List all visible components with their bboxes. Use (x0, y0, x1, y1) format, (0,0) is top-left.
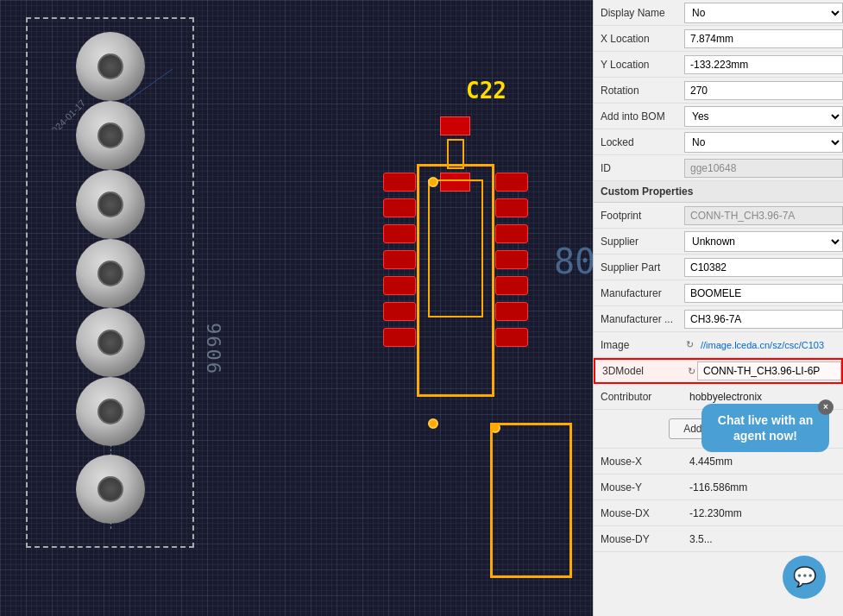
chat-bubble-text: Chat live with an agent now! (718, 413, 813, 443)
x-location-row: X Location (594, 26, 843, 52)
properties-panel: Display Name No Yes X Location Y Locatio… (593, 0, 843, 616)
supplier-label: Supplier (594, 231, 684, 252)
mouse-x-value: 4.445mm (684, 452, 843, 471)
image-refresh-icon[interactable]: ↻ (686, 339, 694, 350)
locked-label: Locked (594, 132, 684, 153)
id-row: ID gge10648 (594, 155, 843, 181)
mouse-dx-label: Mouse-DX (594, 503, 684, 524)
mouse-dx-row: Mouse-DX -12.230mm (594, 500, 843, 526)
chat-avatar-icon: 💬 (793, 566, 816, 588)
supplier-part-input[interactable] (684, 258, 843, 277)
supplier-part-label: Supplier Part (594, 257, 684, 278)
y-location-input[interactable] (684, 55, 843, 74)
mouse-dy-label: Mouse-DY (594, 529, 684, 550)
marker-circle-2 (428, 418, 438, 429)
pad-6 (76, 377, 145, 446)
mouse-y-label: Mouse-Y (594, 477, 684, 498)
threemodel-row: 3DModel ↻ (594, 358, 843, 384)
manufacturer-part-row: Manufacturer ... (594, 306, 843, 332)
id-label: ID (594, 158, 684, 179)
connector-footprint (417, 164, 494, 397)
locked-row: Locked No Yes (594, 129, 843, 155)
image-row: Image ↻ //image.lceda.cn/sz/csc/C103 (594, 332, 843, 358)
image-label: Image (594, 335, 684, 355)
component-reference: 9096 (204, 321, 225, 374)
threemodel-input[interactable] (697, 361, 841, 380)
pad-1 (76, 32, 145, 101)
threemodel-label: 3DModel (595, 361, 686, 381)
display-name-row: Display Name No Yes (594, 0, 843, 26)
mouse-y-row: Mouse-Y -116.586mm (594, 475, 843, 500)
component-id-text: 80 (554, 242, 593, 281)
pcb-canvas[interactable]: 2024-01-17 2024-01-17 2024-01-17 2024-01… (0, 0, 593, 616)
custom-properties-header: Custom Properties (594, 181, 843, 203)
chat-bubble[interactable]: × Chat live with an agent now! (701, 404, 829, 452)
manufacturer-row: Manufacturer (594, 280, 843, 306)
add-bom-label: Add into BOM (594, 106, 684, 127)
chat-avatar-button[interactable]: 💬 (783, 556, 826, 599)
supplier-select[interactable]: Unknown LCSC Mouser (684, 231, 843, 252)
marker-circle-1 (428, 177, 438, 187)
mouse-y-value: -116.586mm (684, 478, 843, 497)
contributor-label: Contributor (594, 387, 684, 407)
x-location-label: X Location (594, 28, 684, 49)
display-name-label: Display Name (594, 3, 684, 23)
threemodel-refresh-icon[interactable]: ↻ (688, 366, 695, 377)
id-value: gge10648 (684, 159, 843, 178)
supplier-row: Supplier Unknown LCSC Mouser (594, 229, 843, 255)
locked-select[interactable]: No Yes (684, 132, 843, 153)
c22-label: C22 (466, 78, 506, 104)
rotation-row: Rotation (594, 78, 843, 104)
mouse-x-row: Mouse-X 4.445mm (594, 449, 843, 475)
y-location-row: Y Location (594, 52, 843, 78)
supplier-part-row: Supplier Part (594, 255, 843, 280)
chat-close-button[interactable]: × (818, 399, 834, 415)
connector-pads-right (495, 173, 528, 347)
manufacturer-label: Manufacturer (594, 283, 684, 304)
pad-4 (76, 239, 145, 308)
add-bom-select[interactable]: Yes No (684, 106, 843, 127)
footprint-row: Footprint CONN-TH_CH3.96-7A (594, 203, 843, 229)
image-value: //image.lceda.cn/sz/csc/C103 (695, 337, 843, 353)
component-outline (26, 17, 194, 548)
display-name-select[interactable]: No Yes (684, 3, 843, 23)
rotation-label: Rotation (594, 80, 684, 101)
footprint-value: CONN-TH_CH3.96-7A (684, 206, 843, 225)
footprint-label: Footprint (594, 205, 684, 226)
y-location-label: Y Location (594, 54, 684, 75)
mouse-dy-value: 3.5... (684, 530, 843, 549)
connector-2-outline (490, 423, 572, 578)
mouse-x-label: Mouse-X (594, 451, 684, 472)
x-location-input[interactable] (684, 29, 843, 48)
rotation-input[interactable] (684, 81, 843, 100)
connector-pads-left (383, 173, 416, 347)
mouse-dy-row: Mouse-DY 3.5... (594, 526, 843, 552)
manufacturer-part-label: Manufacturer ... (594, 309, 684, 330)
smd-pad-top (440, 116, 470, 135)
manufacturer-input[interactable] (684, 284, 843, 303)
add-bom-row: Add into BOM Yes No (594, 104, 843, 129)
mouse-dx-value: -12.230mm (684, 504, 843, 523)
pad-2 (76, 101, 145, 170)
pad-3 (76, 170, 145, 239)
pad-7 (76, 455, 145, 524)
pad-5 (76, 308, 145, 377)
manufacturer-part-input[interactable] (684, 310, 843, 329)
